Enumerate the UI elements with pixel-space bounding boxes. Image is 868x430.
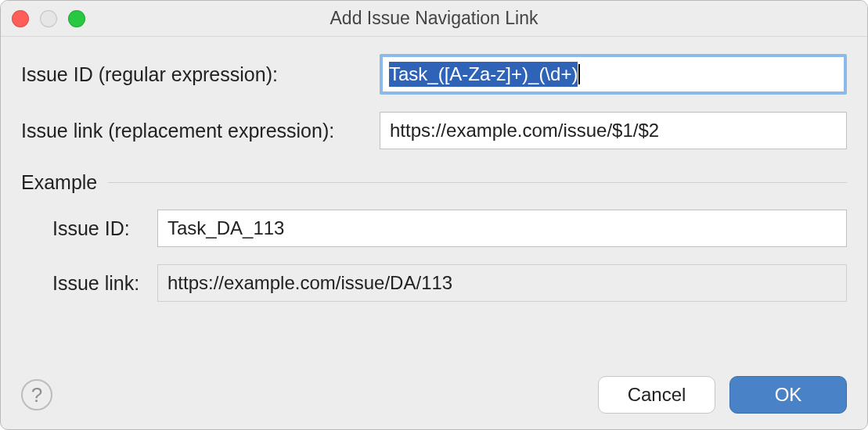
example-issue-link-output: https://example.com/issue/DA/113 [157,264,847,302]
dialog-title: Add Issue Navigation Link [1,8,867,29]
divider [108,182,847,183]
titlebar: Add Issue Navigation Link [1,1,867,37]
issue-id-row: Issue ID (regular expression): Task_([A-… [21,54,847,95]
issue-id-field-wrap: Task_([A-Za-z]+)_(\d+) [380,54,847,95]
issue-id-value-selected: Task_([A-Za-z]+)_(\d+) [389,62,578,88]
example-issue-id-row: Issue ID: [21,210,847,247]
issue-link-input[interactable] [380,112,847,149]
help-icon[interactable]: ? [21,379,52,410]
dialog-footer: ? Cancel OK [1,376,867,429]
dialog-window: Add Issue Navigation Link Issue ID (regu… [0,0,868,430]
cancel-button[interactable]: Cancel [598,376,715,414]
text-caret [578,64,580,84]
issue-link-label: Issue link (replacement expression): [21,120,380,142]
example-issue-link-row: Issue link: https://example.com/issue/DA… [21,264,847,302]
dialog-content: Issue ID (regular expression): Task_([A-… [1,37,867,376]
question-mark-icon: ? [31,383,42,407]
minimize-icon [40,10,57,27]
issue-id-input[interactable]: Task_([A-Za-z]+)_(\d+) [380,54,847,95]
example-issue-id-field-wrap [157,210,847,247]
example-issue-link-field-wrap: https://example.com/issue/DA/113 [157,264,847,302]
example-issue-id-label: Issue ID: [21,217,157,240]
ok-button[interactable]: OK [729,376,847,414]
traffic-lights [12,10,85,27]
close-icon[interactable] [12,10,29,27]
example-issue-id-input[interactable] [157,210,847,247]
example-issue-link-value: https://example.com/issue/DA/113 [167,272,452,294]
issue-id-label: Issue ID (regular expression): [21,63,380,86]
issue-link-row: Issue link (replacement expression): [21,112,847,149]
issue-link-field-wrap [380,112,847,149]
example-issue-link-label: Issue link: [21,272,157,295]
example-block: Issue ID: Issue link: https://example.co… [21,210,847,319]
example-section-header: Example [21,171,847,194]
zoom-icon[interactable] [68,10,85,27]
example-section-label: Example [21,171,97,194]
